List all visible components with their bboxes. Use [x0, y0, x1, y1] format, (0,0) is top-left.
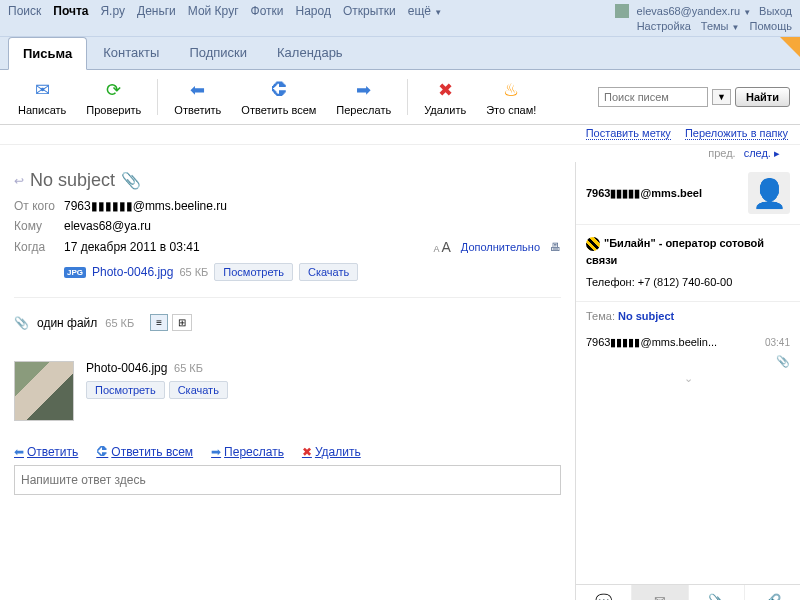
beeline-logo-icon: [586, 237, 600, 251]
reply-icon: ⬅: [186, 78, 210, 102]
settings-link[interactable]: Настройка: [637, 20, 691, 32]
reply-icon: ⬅: [14, 445, 24, 459]
phone-value: +7 (812) 740-60-00: [638, 276, 732, 288]
view-grid-button[interactable]: ⊞: [172, 314, 192, 331]
forward-button[interactable]: ➡Переслать: [328, 76, 399, 118]
spam-button[interactable]: ♨Это спам!: [478, 76, 544, 118]
files-total-size: 65 КБ: [105, 317, 134, 329]
expand-thread-icon[interactable]: ⌄: [576, 368, 800, 389]
reply-all-icon: ⮈: [267, 78, 291, 102]
side-mail-button[interactable]: ✉: [632, 585, 688, 600]
view-list-button[interactable]: ≡: [150, 314, 168, 331]
forward-icon: ➡: [352, 78, 376, 102]
view-attachment-button[interactable]: Посмотреть: [214, 263, 293, 281]
chevron-down-icon: ▼: [743, 8, 751, 17]
refresh-icon: ⟳: [102, 78, 126, 102]
delete-button[interactable]: ✖Удалить: [416, 76, 474, 118]
corner-fold-icon: [780, 37, 800, 57]
attachment-name[interactable]: Photo-0046.jpg: [92, 265, 173, 279]
nav-money[interactable]: Деньги: [137, 4, 176, 18]
contact-avatar: 👤: [748, 172, 790, 214]
find-button[interactable]: Найти: [735, 87, 790, 107]
nav-yaru[interactable]: Я.ру: [100, 4, 125, 18]
nav-cards[interactable]: Открытки: [343, 4, 396, 18]
message-subject: No subject: [30, 170, 115, 191]
themes-link[interactable]: Темы ▼: [701, 20, 740, 32]
thumb-size: 65 КБ: [174, 362, 203, 374]
side-link-button[interactable]: 🔗: [745, 585, 800, 600]
print-icon[interactable]: 🖶: [550, 241, 561, 253]
top-nav-links: Поиск Почта Я.ру Деньги Мой Круг Фотки Н…: [8, 4, 442, 18]
action-forward[interactable]: ➡Переслать: [211, 445, 284, 459]
action-reply-all[interactable]: ⮈Ответить всем: [96, 445, 193, 459]
prev-message[interactable]: пред.: [708, 147, 735, 160]
user-menu[interactable]: elevas68@yandex.ru ▼: [637, 5, 752, 17]
nav-more[interactable]: ещё ▼: [408, 4, 443, 18]
compose-button[interactable]: ✉Написать: [10, 76, 74, 118]
thread-msg-from[interactable]: 7963▮▮▮▮▮@mms.beelin...: [586, 336, 765, 349]
date-value: 17 декабря 2011 в 03:41: [64, 240, 200, 254]
flame-icon: ♨: [499, 78, 523, 102]
nav-narod[interactable]: Народ: [296, 4, 331, 18]
side-attach-button[interactable]: 📎: [689, 585, 745, 600]
nav-search[interactable]: Поиск: [8, 4, 41, 18]
logout-link[interactable]: Выход: [759, 5, 792, 17]
tab-subscriptions[interactable]: Подписки: [175, 37, 261, 69]
files-count: один файл: [37, 316, 97, 330]
phone-label: Телефон:: [586, 276, 635, 288]
attachment-size: 65 КБ: [179, 266, 208, 278]
action-reply[interactable]: ⬅Ответить: [14, 445, 78, 459]
user-avatar-icon: [615, 4, 629, 18]
operator-name: "Билайн" - оператор сотовой связи: [586, 237, 764, 266]
reply-all-icon: ⮈: [96, 445, 108, 459]
clip-icon: 📎: [14, 316, 29, 330]
thread-msg-time: 03:41: [765, 337, 790, 348]
chevron-down-icon: ▼: [732, 23, 740, 32]
nav-mail[interactable]: Почта: [53, 4, 88, 18]
search-input[interactable]: [598, 87, 708, 107]
from-label: От кого: [14, 199, 64, 213]
move-folder-link[interactable]: Переложить в папку: [685, 127, 788, 140]
download-attachment-button[interactable]: Скачать: [299, 263, 358, 281]
reply-all-button[interactable]: ⮈Ответить всем: [233, 76, 324, 118]
from-value: 7963▮▮▮▮▮▮@mms.beeline.ru: [64, 199, 227, 213]
thumb-download-button[interactable]: Скачать: [169, 381, 228, 399]
to-label: Кому: [14, 219, 64, 233]
help-link[interactable]: Помощь: [750, 20, 793, 32]
delete-icon: ✖: [433, 78, 457, 102]
nav-moikrug[interactable]: Мой Круг: [188, 4, 239, 18]
reply-input[interactable]: [14, 465, 561, 495]
thread-attachment-icon: 📎: [776, 355, 790, 367]
chevron-down-icon: ▼: [434, 8, 442, 17]
delete-icon: ✖: [302, 445, 312, 459]
jpg-badge-icon: JPG: [64, 267, 86, 278]
next-message[interactable]: след. ▸: [744, 147, 780, 160]
thumb-view-button[interactable]: Посмотреть: [86, 381, 165, 399]
set-label-link[interactable]: Поставить метку: [586, 127, 671, 140]
side-chat-button[interactable]: 💬: [576, 585, 632, 600]
tab-contacts[interactable]: Контакты: [89, 37, 173, 69]
tab-calendar[interactable]: Календарь: [263, 37, 357, 69]
contact-name: 7963▮▮▮▮▮@mms.beel: [586, 187, 742, 200]
action-delete[interactable]: ✖Удалить: [302, 445, 361, 459]
search-dropdown[interactable]: ▼: [712, 89, 731, 105]
nav-fotki[interactable]: Фотки: [251, 4, 284, 18]
tab-letters[interactable]: Письма: [8, 37, 87, 70]
thread-label: Тема:: [586, 310, 615, 322]
more-link[interactable]: Дополнительно: [461, 241, 540, 253]
thread-subject[interactable]: No subject: [618, 310, 674, 322]
check-button[interactable]: ⟳Проверить: [78, 76, 149, 118]
attachment-icon: 📎: [121, 171, 141, 190]
reply-button[interactable]: ⬅Ответить: [166, 76, 229, 118]
reply-indicator-icon: ↩: [14, 174, 24, 188]
thumb-filename: Photo-0046.jpg: [86, 361, 167, 375]
forward-icon: ➡: [211, 445, 221, 459]
font-size-toggle[interactable]: AA: [433, 239, 450, 255]
attachment-thumbnail[interactable]: [14, 361, 74, 421]
compose-icon: ✉: [30, 78, 54, 102]
to-value: elevas68@ya.ru: [64, 219, 151, 233]
date-label: Когда: [14, 240, 64, 254]
